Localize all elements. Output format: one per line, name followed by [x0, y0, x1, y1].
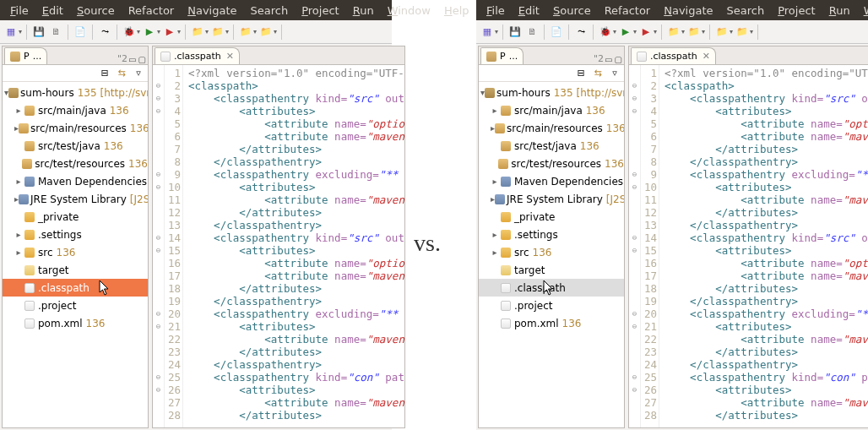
open-type-button[interactable]: 📁: [714, 24, 730, 40]
code-area[interactable]: <?xml version="1.0" encoding="UTF-<class…: [183, 65, 404, 427]
open-task-button[interactable]: 📁: [735, 24, 750, 40]
tree-item[interactable]: .classpath: [479, 279, 624, 297]
tree-item[interactable]: src/test/resources136: [479, 155, 624, 172]
dropdown-arrow-icon[interactable]: ▾: [253, 28, 257, 35]
menu-navigate[interactable]: Navigate: [657, 4, 719, 17]
menu-search[interactable]: Search: [720, 4, 772, 17]
dropdown-arrow-icon[interactable]: ▾: [654, 28, 657, 35]
project-tree[interactable]: ▾sum-hours135[http://svn▸src/main/java13…: [3, 82, 148, 427]
new-type-button[interactable]: 📁: [686, 24, 702, 40]
tree-item[interactable]: ▸JRE System Library[J2SE: [479, 190, 624, 208]
menu-run[interactable]: Run: [346, 4, 381, 17]
dropdown-arrow-icon[interactable]: ▾: [274, 28, 277, 35]
menu-project[interactable]: Project: [771, 4, 822, 17]
menu-file[interactable]: File: [3, 4, 35, 17]
tree-item[interactable]: target: [3, 261, 148, 279]
run-button[interactable]: ▶: [142, 24, 157, 40]
menu-file[interactable]: File: [480, 4, 512, 17]
menu-refactor[interactable]: Refactor: [122, 4, 182, 17]
view-menu-icon[interactable]: ▿: [609, 68, 621, 79]
tree-item[interactable]: _private: [3, 208, 148, 226]
tab-classpath[interactable]: .classpath✕: [631, 47, 716, 64]
tree-item[interactable]: src/test/java136: [3, 137, 148, 155]
tree-item[interactable]: ▸src136: [479, 243, 624, 261]
dropdown-arrow-icon[interactable]: ▾: [750, 28, 753, 35]
close-tab-icon[interactable]: ✕: [703, 51, 710, 62]
menu-source[interactable]: Source: [70, 4, 122, 17]
menu-project[interactable]: Project: [295, 4, 346, 17]
code-area[interactable]: <?xml version="1.0" encoding="UTF-<class…: [659, 65, 868, 427]
skip-button[interactable]: ⤳: [97, 24, 112, 40]
run-button[interactable]: ▶: [618, 24, 633, 40]
maximize-view-icon[interactable]: ▢: [138, 55, 146, 64]
save-all-button[interactable]: 🗎: [48, 24, 63, 40]
dropdown-arrow-icon[interactable]: ▾: [225, 28, 229, 35]
project-tree[interactable]: ▾sum-hours135[http://svn▸src/main/java13…: [479, 82, 624, 427]
minimize-view-icon[interactable]: ▭: [128, 55, 136, 64]
tree-item[interactable]: .project: [479, 297, 624, 314]
tree-item[interactable]: pom.xml136: [3, 314, 148, 332]
tree-item[interactable]: .project: [3, 297, 148, 314]
debug-button[interactable]: 🐞: [122, 24, 137, 40]
tree-item[interactable]: ▸Maven Dependencies: [479, 172, 624, 190]
tree-item[interactable]: .classpath: [3, 279, 148, 297]
link-editor-icon[interactable]: ⇆: [116, 68, 127, 79]
editor-body[interactable]: ⊖⊖⊖⊖⊖⊖⊖⊖⊖⊖⊖12345678910111213141516171819…: [153, 65, 404, 427]
new-pkg-button[interactable]: 📁: [190, 24, 205, 40]
build-button[interactable]: 📄: [73, 24, 88, 40]
tab-project-explorer[interactable]: P...: [4, 47, 47, 64]
tree-item[interactable]: ▸JRE System Library[J2SE: [3, 190, 148, 208]
menu-source[interactable]: Source: [546, 4, 598, 17]
menu-search[interactable]: Search: [244, 4, 296, 17]
new-pkg-button[interactable]: 📁: [666, 24, 681, 40]
new-type-button[interactable]: 📁: [210, 24, 225, 40]
fold-gutter[interactable]: ⊖⊖⊖⊖⊖⊖⊖⊖⊖⊖⊖: [153, 65, 165, 427]
tree-item[interactable]: ▸.settings: [3, 226, 148, 243]
open-type-button[interactable]: 📁: [238, 24, 253, 40]
tree-item[interactable]: ▸src/main/java136: [3, 101, 148, 119]
dropdown-arrow-icon[interactable]: ▾: [633, 28, 637, 35]
tree-item[interactable]: target: [479, 261, 624, 279]
maximize-view-icon[interactable]: ▢: [615, 55, 622, 64]
save-button[interactable]: 💾: [507, 24, 523, 40]
menu-window[interactable]: Window: [381, 4, 437, 17]
tree-root[interactable]: ▾sum-hours135[http://svn: [479, 84, 624, 101]
menu-navigate[interactable]: Navigate: [181, 4, 243, 17]
fold-gutter[interactable]: ⊖⊖⊖⊖⊖⊖⊖⊖⊖⊖⊖: [629, 65, 641, 427]
close-tab-icon[interactable]: ✕: [226, 51, 234, 62]
tab-project-explorer[interactable]: P...: [480, 47, 524, 64]
tree-item[interactable]: src/test/resources136: [3, 155, 148, 172]
ext-tool-button[interactable]: ▶: [638, 24, 654, 40]
save-button[interactable]: 💾: [31, 24, 46, 40]
menu-run[interactable]: Run: [822, 4, 857, 17]
open-task-button[interactable]: 📁: [258, 24, 274, 40]
dropdown-arrow-icon[interactable]: ▾: [613, 28, 616, 35]
dropdown-arrow-icon[interactable]: ▾: [177, 28, 181, 35]
tab-classpath[interactable]: .classpath✕: [155, 47, 240, 64]
collapse-all-icon[interactable]: ⊟: [575, 68, 587, 79]
dropdown-arrow-icon[interactable]: ▾: [157, 28, 160, 35]
menu-edit[interactable]: Edit: [512, 4, 546, 17]
menu-window[interactable]: Window: [857, 4, 868, 17]
collapse-all-icon[interactable]: ⊟: [99, 68, 111, 79]
dropdown-arrow-icon[interactable]: ▾: [205, 28, 209, 35]
tree-item[interactable]: pom.xml136: [479, 314, 624, 332]
editor-body[interactable]: ⊖⊖⊖⊖⊖⊖⊖⊖⊖⊖⊖12345678910111213141516171819…: [629, 65, 868, 427]
minimize-view-icon[interactable]: ▭: [605, 55, 612, 64]
menu-refactor[interactable]: Refactor: [598, 4, 658, 17]
skip-button[interactable]: ⤳: [573, 24, 589, 40]
debug-button[interactable]: 🐞: [598, 24, 613, 40]
view-menu-icon[interactable]: ▿: [133, 68, 144, 79]
dropdown-arrow-icon[interactable]: ▾: [702, 28, 705, 35]
tree-root[interactable]: ▾sum-hours135[http://svn: [3, 84, 148, 101]
tree-item[interactable]: ▸src/main/resources136: [479, 119, 624, 137]
tree-item[interactable]: ▸src136: [3, 243, 148, 261]
new-button[interactable]: ▦: [3, 24, 19, 40]
tree-item[interactable]: ▸src/main/java136: [479, 101, 624, 119]
dropdown-arrow-icon[interactable]: ▾: [137, 28, 140, 35]
save-all-button[interactable]: 🗎: [524, 24, 540, 40]
menu-edit[interactable]: Edit: [35, 4, 70, 17]
tree-item[interactable]: ▸.settings: [479, 226, 624, 243]
build-button[interactable]: 📄: [549, 24, 564, 40]
tree-item[interactable]: ▸src/main/resources136: [3, 119, 148, 137]
